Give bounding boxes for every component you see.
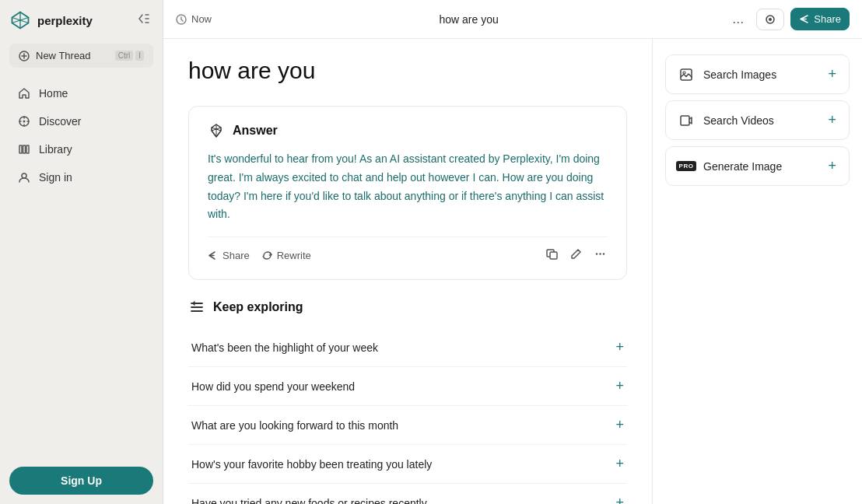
explore-plus-0: + (615, 339, 624, 355)
answer-text: It's wonderful to hear from you! As an A… (208, 150, 608, 224)
answer-header: Answer (208, 122, 608, 139)
svg-rect-16 (681, 116, 689, 125)
signup-button[interactable]: Sign Up (9, 467, 153, 495)
rewrite-icon (262, 250, 272, 261)
search-images-left: Search Images (678, 67, 776, 82)
share-icon (799, 14, 809, 24)
answer-icon (208, 122, 225, 139)
svg-rect-5 (26, 145, 29, 153)
sidebar-item-library-label: Library (39, 143, 72, 156)
explore-item-2[interactable]: What are you looking forward to this mon… (188, 406, 627, 445)
rewrite-action-button[interactable]: Rewrite (262, 250, 311, 261)
topbar: Now how are you ... Share (163, 0, 862, 39)
explore-plus-4: + (615, 495, 624, 504)
new-thread-icon (19, 51, 30, 61)
explore-items: What's been the highlight of your week +… (188, 328, 627, 504)
shortcut-hint: Ctrl I (115, 51, 144, 61)
more-button[interactable] (593, 247, 608, 264)
more-icon (594, 248, 606, 260)
sidebar-item-signin[interactable]: Sign in (9, 164, 153, 191)
explore-item-0[interactable]: What's been the highlight of your week + (188, 328, 627, 367)
edit-button[interactable] (569, 247, 583, 264)
answer-footer: Share Rewrite (208, 236, 608, 264)
svg-point-6 (22, 173, 26, 178)
question-title: how are you (188, 58, 627, 84)
answer-section: Answer It's wonderful to hear from you! … (188, 106, 627, 280)
svg-point-15 (683, 72, 685, 74)
nav-items: Home Discover Library Sign in (9, 80, 153, 457)
svg-rect-4 (23, 145, 26, 153)
pro-badge: PRO (676, 161, 697, 171)
video-icon (678, 113, 694, 128)
search-images-plus: + (828, 66, 836, 82)
share-action-button[interactable]: Share (208, 250, 250, 261)
clock-icon (176, 14, 187, 25)
generate-image-plus: + (828, 158, 836, 174)
topbar-share-button[interactable]: Share (790, 8, 850, 30)
topbar-more-button[interactable]: ... (726, 8, 750, 30)
focus-icon (765, 14, 776, 25)
svg-rect-10 (550, 252, 557, 259)
svg-point-9 (769, 18, 772, 21)
svg-point-11 (596, 253, 597, 254)
right-sidebar: Search Images + Search Videos + (652, 39, 862, 504)
compass-icon (17, 114, 31, 128)
generate-icon: PRO (678, 159, 694, 174)
svg-point-12 (599, 253, 601, 254)
answer-panel: how are you Answer It's wonderful to hea… (163, 39, 652, 504)
logo: perplexity (9, 9, 93, 31)
search-videos-left: Search Videos (678, 113, 774, 128)
svg-point-2 (23, 121, 26, 123)
explore-item-3[interactable]: How's your favorite hobby been treating … (188, 445, 627, 484)
sidebar-item-discover-label: Discover (39, 115, 81, 128)
sidebar-item-home-label: Home (39, 87, 68, 100)
new-thread-button[interactable]: New Thread Ctrl I (9, 44, 153, 68)
explore-plus-3: + (615, 456, 624, 472)
sidebar-item-signin-label: Sign in (39, 171, 72, 184)
search-videos-plus: + (828, 112, 836, 128)
sidebar-item-home[interactable]: Home (9, 80, 153, 107)
topbar-actions: ... Share (726, 8, 850, 30)
explore-plus-1: + (615, 378, 624, 394)
collapse-icon (138, 12, 150, 25)
topbar-query: how are you (221, 13, 717, 26)
main-content: Now how are you ... Share how are you (163, 0, 862, 504)
signin-icon (17, 170, 31, 184)
sidebar: perplexity New Thread Ctrl I Home (0, 0, 163, 504)
image-icon (678, 67, 694, 82)
explore-item-1[interactable]: How did you spend your weekend + (188, 367, 627, 406)
logo-text: perplexity (37, 14, 93, 27)
collapse-button[interactable] (135, 9, 153, 31)
svg-point-13 (603, 253, 604, 254)
copy-button[interactable] (545, 247, 559, 264)
library-icon (17, 142, 31, 156)
logo-icon (9, 9, 31, 31)
share-action-icon (208, 250, 218, 261)
answer-action-right (545, 247, 608, 264)
sidebar-item-library[interactable]: Library (9, 136, 153, 163)
generate-image-card[interactable]: PRO Generate Image + (665, 146, 850, 186)
edit-icon (570, 248, 582, 260)
explore-header-text: Keep exploring (213, 300, 303, 314)
sidebar-header: perplexity (9, 9, 153, 31)
explore-item-4[interactable]: Have you tried any new foods or recipes … (188, 484, 627, 504)
topbar-focus-button[interactable] (756, 9, 784, 30)
content-area: how are you Answer It's wonderful to hea… (163, 39, 862, 504)
explore-section: Keep exploring What's been the highlight… (188, 299, 627, 504)
svg-rect-3 (19, 145, 22, 153)
copy-icon (546, 248, 558, 260)
topbar-now: Now (176, 13, 212, 25)
generate-image-left: PRO Generate Image (678, 159, 782, 174)
sidebar-item-discover[interactable]: Discover (9, 108, 153, 135)
explore-plus-2: + (615, 417, 624, 433)
explore-header: Keep exploring (188, 299, 627, 316)
explore-icon (188, 299, 205, 316)
search-videos-card[interactable]: Search Videos + (665, 100, 850, 140)
home-icon (17, 86, 31, 100)
search-images-card[interactable]: Search Images + (665, 54, 850, 94)
